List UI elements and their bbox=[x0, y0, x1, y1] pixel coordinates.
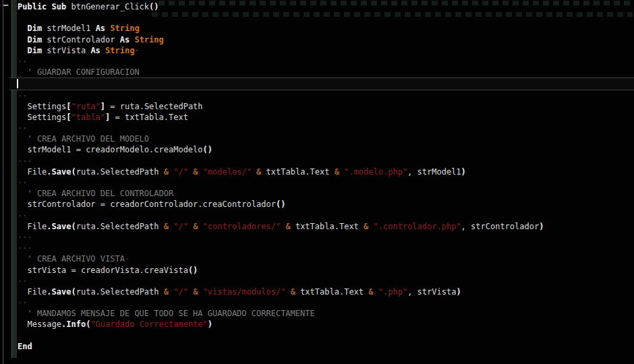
code-token: ' MANDAMOS MENSAJE DE QUE TODO SE HA GUA… bbox=[27, 309, 314, 318]
code-token: ·· bbox=[18, 178, 27, 187]
code-token: .Info bbox=[61, 320, 86, 329]
code-token: , strModel1 bbox=[407, 167, 461, 177]
code-token: ' CREA ARCHIVO DEL MODELO bbox=[27, 134, 149, 144]
code-token: End bbox=[18, 342, 32, 351]
code-token: ) bbox=[208, 320, 212, 329]
code-token: ' CREA ARCHIVO VISTA bbox=[27, 254, 125, 264]
code-token: btnGenerar_Click bbox=[66, 2, 149, 11]
code-token: File bbox=[18, 167, 47, 177]
code-token bbox=[198, 222, 202, 231]
code-line[interactable]: End bbox=[18, 341, 634, 352]
code-line[interactable] bbox=[18, 12, 634, 23]
code-token: strModel1 = creadorModelo.creaModelo bbox=[18, 145, 203, 154]
code-token: .Save bbox=[47, 222, 71, 231]
code-token: ] bbox=[100, 102, 105, 111]
code-token: File bbox=[18, 287, 47, 297]
code-token: .Save bbox=[47, 167, 71, 177]
code-line[interactable]: ·· bbox=[18, 56, 634, 67]
code-line[interactable]: File.Save(ruta.SelectedPath & "/" & "mod… bbox=[18, 166, 634, 177]
code-line[interactable]: Settings["tabla"] = txtTabla.Text bbox=[18, 112, 634, 123]
code-line[interactable] bbox=[18, 330, 634, 341]
code-token: ".php" bbox=[378, 287, 407, 297]
code-token: & bbox=[164, 287, 169, 297]
code-token: ".modelo.php" bbox=[344, 167, 407, 177]
code-line[interactable]: ' CREA ARCHIVO DEL CONTROLADOR bbox=[18, 188, 634, 199]
code-line[interactable]: ·· bbox=[18, 210, 634, 221]
code-token: & bbox=[291, 287, 295, 297]
procedure-extent-strip bbox=[11, 0, 17, 358]
code-line[interactable]: ··· bbox=[18, 243, 634, 253]
code-line[interactable]: File.Save(ruta.SelectedPath & "/" & "vis… bbox=[18, 286, 634, 297]
code-token: txtTabla.Text bbox=[295, 287, 368, 297]
code-line[interactable]: ·· bbox=[18, 123, 634, 133]
code-token: String bbox=[110, 24, 139, 33]
code-token: "Guardado Correctamente" bbox=[90, 320, 207, 329]
fold-collapse-marker[interactable]: − bbox=[1, 1, 11, 10]
code-token bbox=[18, 67, 27, 77]
code-line[interactable]: Dim strVista As String· bbox=[18, 45, 634, 56]
code-token: Dim bbox=[27, 46, 42, 55]
code-line[interactable]: strModel1 = creadorModelo.creaModelo() bbox=[18, 144, 634, 155]
code-token: "controladores/" bbox=[203, 222, 281, 231]
fold-margin-line bbox=[3, 0, 3, 364]
code-token: ) bbox=[539, 222, 544, 231]
code-token: strVista = creadorVista.creaVista bbox=[18, 266, 188, 275]
code-token: () bbox=[276, 200, 285, 209]
code-token: ( bbox=[71, 167, 76, 177]
code-token: ·· bbox=[18, 211, 27, 220]
code-token bbox=[285, 287, 290, 297]
code-token: () bbox=[203, 145, 212, 154]
code-line[interactable]: Settings["ruta"] = ruta.SelectedPath bbox=[18, 101, 634, 112]
code-line[interactable]: ' GUARDAR CONFIGURACION bbox=[18, 67, 634, 78]
code-token: & bbox=[335, 167, 339, 177]
code-token: ".controlador.php" bbox=[374, 222, 461, 231]
code-token: strVista bbox=[42, 46, 90, 55]
code-token bbox=[18, 134, 27, 144]
code-token: & bbox=[164, 222, 169, 231]
code-token: · bbox=[134, 46, 139, 55]
cursor-line[interactable] bbox=[9, 78, 634, 90]
code-line[interactable]: ' MANDAMOS MENSAJE DE QUE TODO SE HA GUA… bbox=[18, 308, 634, 319]
code-token: ·· bbox=[18, 276, 27, 286]
code-line[interactable]: strVista = creadorVista.creaVista() bbox=[18, 265, 634, 276]
code-line[interactable] bbox=[18, 352, 634, 363]
code-line[interactable]: ·· bbox=[18, 177, 634, 188]
code-token: Public Sub bbox=[18, 2, 66, 11]
code-line[interactable]: File.Save(ruta.SelectedPath & "/" & "con… bbox=[18, 221, 634, 232]
code-token: ) bbox=[456, 287, 461, 297]
code-token: ' CREA ARCHIVO DEL CONTROLADOR bbox=[27, 189, 173, 198]
code-token: "ruta" bbox=[71, 102, 100, 111]
code-line[interactable]: ··· bbox=[18, 156, 634, 166]
code-line[interactable]: ' CREA ARCHIVO DEL MODELO bbox=[18, 133, 634, 144]
code-token: () bbox=[188, 266, 198, 275]
code-line[interactable]: ·· bbox=[18, 276, 634, 286]
code-line[interactable]: ' CREA ARCHIVO VISTA· bbox=[18, 253, 634, 264]
code-token: , strVista bbox=[407, 287, 456, 297]
code-line[interactable]: ·· bbox=[18, 297, 634, 308]
code-token: Settings bbox=[18, 113, 66, 122]
code-token: Dim bbox=[27, 35, 42, 44]
code-line[interactable]: Public Sub btnGenerar_Click() bbox=[18, 1, 634, 12]
code-token: txtTabla.Text bbox=[291, 222, 364, 231]
code-line[interactable]: ·· bbox=[18, 90, 634, 101]
code-line[interactable]: ··· bbox=[18, 232, 634, 243]
text-caret bbox=[17, 79, 18, 88]
code-token bbox=[374, 287, 378, 297]
code-line[interactable]: Dim strControlador As String bbox=[18, 34, 634, 45]
code-token: , strControlador bbox=[461, 222, 540, 231]
code-token: As bbox=[96, 24, 111, 33]
code-line[interactable]: Message.Info("Guardado Correctamente") bbox=[18, 319, 634, 330]
code-token: ··· bbox=[18, 243, 32, 253]
code-token bbox=[18, 46, 27, 55]
code-token: File bbox=[18, 222, 47, 231]
code-area[interactable]: Public Sub btnGenerar_Click() Dim strMod… bbox=[18, 1, 634, 364]
code-token: ··· bbox=[18, 156, 32, 166]
code-line[interactable]: Dim strModel1 As String bbox=[18, 23, 634, 34]
code-token: = txtTabla.Text bbox=[110, 113, 188, 122]
code-token: · bbox=[125, 254, 129, 264]
code-line[interactable]: strControlador = creadorControlador.crea… bbox=[18, 199, 634, 210]
code-token: = ruta.SelectedPath bbox=[105, 102, 203, 111]
code-token bbox=[18, 189, 27, 198]
code-token bbox=[18, 35, 27, 44]
code-token: Dim bbox=[27, 24, 42, 33]
